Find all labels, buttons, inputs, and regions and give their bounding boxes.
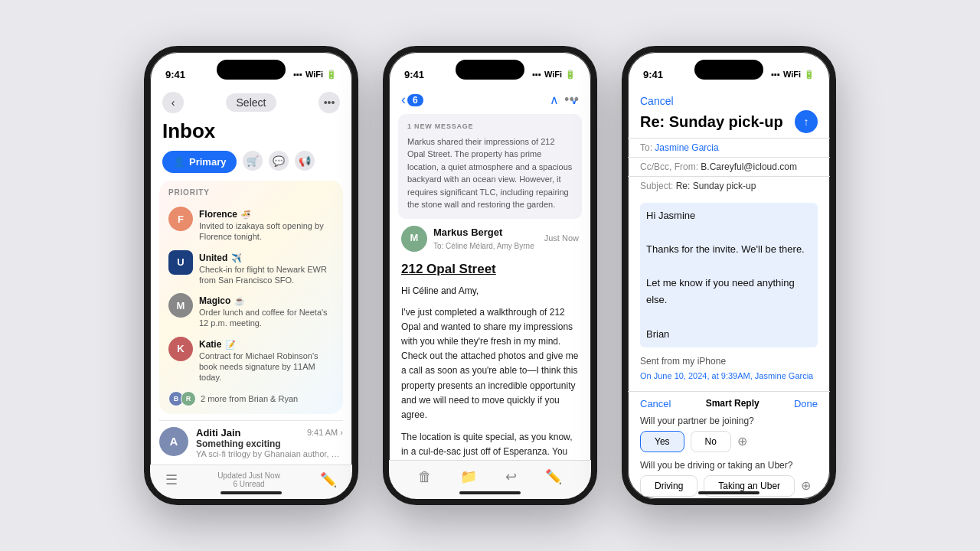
tab-shopping[interactable]: 🛒 <box>243 151 263 171</box>
smart-reply-bar: Cancel Smart Reply Done <box>640 398 818 409</box>
priority-email-united[interactable]: U United ✈️ Check-in for flight to Newar… <box>168 246 334 290</box>
body-brian: Brian <box>646 326 812 343</box>
status-icons-3: ▪▪▪ WiFi 🔋 <box>771 70 815 80</box>
unread-label: 6 Unread <box>217 480 280 488</box>
email-paragraph1: I've just completed a walkthrough of 212… <box>401 305 579 423</box>
compose-icon[interactable]: ✏️ <box>320 471 337 488</box>
more-row[interactable]: B R 2 more from Brian & Ryan <box>168 387 334 406</box>
priority-email-katie[interactable]: K Katie 📝 Contract for Michael Robinson'… <box>168 333 334 387</box>
status-icons-2: ▪▪▪ WiFi 🔋 <box>532 70 576 80</box>
compose-icon-2[interactable]: ✏️ <box>545 468 562 485</box>
send-button[interactable]: ↑ <box>795 110 818 133</box>
cc-value: B.Careyful@icloud.com <box>701 161 797 172</box>
plus-icon-1[interactable]: ⊕ <box>737 434 747 448</box>
home-indicator-2 <box>459 491 521 494</box>
plus-icon-2[interactable]: ⊕ <box>801 478 811 493</box>
phone1-content: ‹ Select ••• Inbox 👤 Primary 🛒 💬 📢 PRIOR… <box>150 89 352 499</box>
smart-reply-section: Cancel Smart Reply Done Will your partne… <box>628 391 830 499</box>
tab-promo[interactable]: 📢 <box>295 151 315 171</box>
select-button[interactable]: Select <box>226 93 277 112</box>
cc-label: Cc/Bcc, From: <box>640 161 701 172</box>
body-letmeknow: Let me know if you need anything else. <box>646 275 812 308</box>
home-indicator-3 <box>698 491 760 494</box>
smart-reply-done[interactable]: Done <box>794 398 818 409</box>
option-no[interactable]: No <box>691 431 731 452</box>
person-icon: 👤 <box>173 156 185 168</box>
status-icons-1: ▪▪▪ WiFi 🔋 <box>293 70 337 80</box>
subject-field[interactable]: Subject: Re: Sunday pick-up <box>628 176 830 195</box>
folder-icon[interactable]: 📁 <box>460 468 477 485</box>
new-message-banner: 1 NEW MESSAGE Markus shared their impres… <box>398 114 582 219</box>
reply-question-2: Will you be driving or taking an Uber? <box>640 460 818 471</box>
dynamic-island-3 <box>694 60 763 80</box>
wifi-icon-3: WiFi <box>783 70 801 79</box>
new-message-label: 1 NEW MESSAGE <box>407 122 573 132</box>
trash-icon[interactable]: 🗑 <box>418 469 432 485</box>
more-label: 2 more from Brian & Ryan <box>201 394 298 403</box>
back-button-1[interactable]: ‹ <box>162 92 184 113</box>
compose-header: Cancel <box>628 89 830 110</box>
reply-question-1: Will your partner be joining? <box>640 416 818 426</box>
back-with-badge[interactable]: ‹ 6 <box>401 92 423 108</box>
tab-bar: 👤 Primary 🛒 💬 📢 <box>150 151 352 181</box>
smart-reply-cancel[interactable]: Cancel <box>640 398 671 409</box>
avatar-katie: K <box>168 337 193 361</box>
cc-field[interactable]: Cc/Bcc, From: B.Careyful@icloud.com <box>628 157 830 176</box>
email-body-view: M Markus Berget To: Céline Mélard, Amy B… <box>389 225 591 489</box>
to-field[interactable]: To: Jasmine Garcia <box>628 138 830 157</box>
priority-label: PRIORITY <box>168 188 334 197</box>
preview-united: Check-in for flight to Newark EWR from S… <box>199 264 334 286</box>
email-salutation: Hi Céline and Amy, <box>401 284 579 298</box>
quoted-line: On June 10, 2024, at 9:39AM, Jasmine Gar… <box>640 369 818 383</box>
option-yes[interactable]: Yes <box>640 431 684 452</box>
new-message-text: Markus shared their impressions of 212 O… <box>407 135 573 211</box>
prev-arrow[interactable]: ∧ <box>550 93 559 107</box>
dynamic-island-1 <box>217 60 286 80</box>
updated-label: Updated Just Now <box>217 471 280 480</box>
body-hi: Hi Jasmine <box>646 207 812 224</box>
wifi-icon-2: WiFi <box>544 70 562 79</box>
phone-2-email: 9:41 ▪▪▪ WiFi 🔋 ‹ 6 ∧ ∨ 1 NEW ME <box>383 46 597 505</box>
sender-united: United <box>199 253 227 263</box>
from-row: M Markus Berget To: Céline Mélard, Amy B… <box>401 225 579 253</box>
inbox-title: Inbox <box>150 119 352 151</box>
compose-body-highlighted: Hi Jasmine Thanks for the invite. We'll … <box>640 203 818 347</box>
send-icon: ↑ <box>804 116 809 128</box>
list-icon[interactable]: ☰ <box>165 471 178 488</box>
compose-title: Re: Sunday pick-up <box>640 113 783 131</box>
cancel-button[interactable]: Cancel <box>640 95 674 107</box>
tab-primary[interactable]: 👤 Primary <box>162 151 237 173</box>
to-value: Jasmine Garcia <box>655 142 718 153</box>
primary-tab-label: Primary <box>189 156 226 168</box>
email-subject: 212 Opal Street <box>401 259 579 279</box>
sent-from: Sent from my iPhone <box>640 354 818 369</box>
priority-section: PRIORITY F Florence 🍜 Invited to izakaya… <box>159 181 343 414</box>
back-chevron-2: ‹ <box>401 92 406 108</box>
preview-katie: Contract for Michael Robinson's book nee… <box>199 350 334 383</box>
avatar-florence: F <box>168 207 193 231</box>
from-name: Markus Berget <box>433 225 534 241</box>
home-indicator-1 <box>220 491 282 494</box>
phones-container: 9:41 ▪▪▪ WiFi 🔋 ‹ Select ••• Inbox 👤 Pri… <box>0 0 980 551</box>
priority-email-florence[interactable]: F Florence 🍜 Invited to izakaya soft ope… <box>168 203 334 246</box>
reply-icon[interactable]: ↩ <box>505 468 517 485</box>
sender-katie: Katie <box>199 339 221 350</box>
subject-value: Re: Sunday pick-up <box>676 181 756 191</box>
badge-count: 6 <box>407 94 423 106</box>
to-line: To: Céline Mélard, Amy Byrne <box>433 240 534 253</box>
email-dots-button[interactable]: ••• <box>561 89 582 111</box>
option-driving[interactable]: Driving <box>640 475 697 497</box>
tab-chat[interactable]: 💬 <box>269 151 289 171</box>
quoted-text: On June 10, 2024, at 9:39AM, Jasmine Gar… <box>640 371 813 380</box>
avatar-markus: M <box>401 226 427 252</box>
nav-bar-1: ‹ Select ••• <box>150 89 352 119</box>
more-options-button-1[interactable]: ••• <box>318 92 340 113</box>
just-now-label: Just Now <box>544 232 579 246</box>
body-thanks: Thanks for the invite. We'll be there. <box>646 241 812 258</box>
status-time-1: 9:41 <box>165 69 185 80</box>
preview-florence: Invited to izakaya soft opening by Flore… <box>199 220 334 243</box>
email-body-compose[interactable]: Hi Jasmine Thanks for the invite. We'll … <box>628 195 830 391</box>
inbox-email-aditi[interactable]: A Aditi Jain 9:41 AM › Something excitin… <box>159 420 343 465</box>
priority-email-magico[interactable]: M Magico ☕ Order lunch and coffee for Ne… <box>168 289 334 333</box>
subject-label: Subject: <box>640 181 676 191</box>
